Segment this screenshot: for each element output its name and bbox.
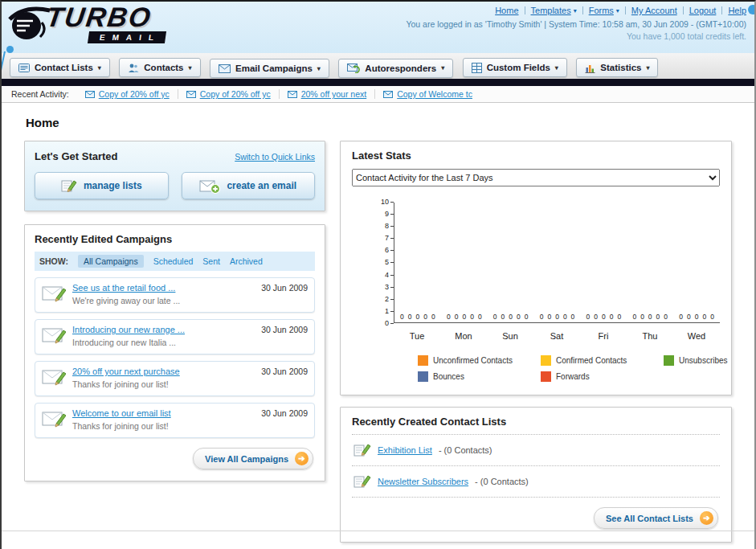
contact-list-item[interactable]: Exhibition List - (0 Contacts) xyxy=(352,435,720,466)
tab-sent[interactable]: Sent xyxy=(202,256,220,266)
chevron-down-icon: ▾ xyxy=(189,64,192,72)
top-link-my-account[interactable]: My Account xyxy=(631,6,677,15)
right-column: Latest Stats Contact Activity for the La… xyxy=(340,141,732,543)
logo-text: TURBO EMAIL xyxy=(47,3,166,43)
stats-range-select[interactable]: Contact Activity for the Last 7 Days xyxy=(352,169,720,186)
recent-activity-link[interactable]: Copy of 20% off yc xyxy=(99,89,170,99)
chart-value-group: 00000 xyxy=(441,313,488,321)
chevron-down-icon: ▾ xyxy=(441,64,444,72)
chart-value-label: 0 xyxy=(509,313,513,321)
recent-activity-item[interactable]: Copy of Welcome tc xyxy=(375,89,480,99)
create-email-button[interactable]: create an email xyxy=(182,172,316,199)
create-email-label: create an email xyxy=(227,180,296,191)
campaign-title-link[interactable]: Welcome to our email list xyxy=(72,408,255,418)
envelope-icon xyxy=(186,91,196,98)
recent-activity-item[interactable]: Copy of 20% off yc xyxy=(77,89,178,99)
chart-y-tick: 3 xyxy=(376,283,394,292)
divider xyxy=(582,6,583,14)
tab-all-campaigns[interactable]: All Campaigns xyxy=(78,255,144,268)
chart-value-label: 0 xyxy=(431,313,435,321)
chart-y-tick: 2 xyxy=(376,295,394,304)
chart-value-label: 0 xyxy=(408,313,412,321)
contact-list-link[interactable]: Newsletter Subscribers xyxy=(378,477,468,486)
chart-groups: 00000000000000000000000000000000000 xyxy=(394,313,720,321)
chart-value-group: 00000 xyxy=(580,313,627,321)
chart-value-group: 00000 xyxy=(488,313,534,321)
chart-plot-area: 00000000000000000000000000000000000 xyxy=(394,203,720,323)
campaign-filter-tabs: SHOW: All Campaigns Scheduled Sent Archi… xyxy=(35,252,315,271)
pencil-icon xyxy=(353,442,371,458)
chevron-down-icon: ▾ xyxy=(555,64,558,72)
divider xyxy=(525,6,525,14)
see-all-contact-lists-label: See All Contact Lists xyxy=(606,514,693,523)
header-right: Home Templates▾ Forms▾ My Account Logout… xyxy=(406,6,746,41)
view-all-campaigns-button[interactable]: View All Campaigns ➔ xyxy=(193,448,313,469)
see-all-contact-lists-button[interactable]: See All Contact Lists ➔ xyxy=(594,507,718,529)
recent-activity-item[interactable]: 20% off your next xyxy=(280,89,376,99)
switch-quick-links-link[interactable]: Switch to Quick Links xyxy=(235,152,315,162)
campaign-list-item[interactable]: 20% off your next purchase Thanks for jo… xyxy=(35,361,315,396)
logo-text-turbo: TURBO xyxy=(45,3,168,31)
page-title: Home xyxy=(26,116,732,129)
chart-value-label: 0 xyxy=(687,313,691,321)
chart-value-label: 0 xyxy=(610,313,614,321)
chart-value-label: 0 xyxy=(563,313,567,321)
top-link-forms[interactable]: Forms xyxy=(589,6,614,15)
top-link-logout[interactable]: Logout xyxy=(689,6,717,15)
chart-value-label: 0 xyxy=(617,313,621,321)
chart-value-label: 0 xyxy=(478,313,482,321)
top-header: TURBO EMAIL Home Templates▾ Forms▾ My Ac… xyxy=(2,2,754,53)
campaign-list-item[interactable]: See us at the retail food ... We're givi… xyxy=(35,277,315,313)
envelope-icon xyxy=(288,91,297,98)
legend-swatch xyxy=(418,355,428,366)
tab-scheduled[interactable]: Scheduled xyxy=(153,256,194,266)
top-link-help[interactable]: Help xyxy=(728,6,746,15)
nav-tab-custom-fields[interactable]: Custom Fields ▾ xyxy=(463,58,567,77)
chart-x-label: Sun xyxy=(487,331,533,341)
nav-tab-contact-lists[interactable]: Contact Lists ▾ xyxy=(10,58,110,77)
chart-y-tick: 1 xyxy=(376,307,394,316)
chart-y-tick: 4 xyxy=(376,271,394,280)
envelope-plus-icon xyxy=(199,178,220,194)
campaign-title-link[interactable]: See us at the retail food ... xyxy=(72,283,255,293)
nav-divider-bar xyxy=(2,79,754,86)
chevron-down-icon: ▾ xyxy=(574,7,577,14)
footer-divider xyxy=(2,531,754,531)
envelope-pencil-icon xyxy=(42,408,66,428)
get-started-title: Let's Get Started xyxy=(35,150,118,162)
nav-tab-contacts[interactable]: Contacts ▾ xyxy=(119,58,200,77)
contact-list-link[interactable]: Exhibition List xyxy=(378,445,432,455)
campaign-date: 30 Jun 2009 xyxy=(261,325,308,334)
divider xyxy=(625,6,626,14)
chart-y-tick: 7 xyxy=(376,234,394,243)
nav-tab-email-campaigns[interactable]: Email Campaigns ▾ xyxy=(210,59,329,78)
nav-tab-label: Autoresponders xyxy=(365,64,436,73)
recent-activity-link[interactable]: Copy of 20% off yc xyxy=(200,89,271,99)
campaign-subtitle: We're giving away our late ... xyxy=(72,296,180,305)
nav-tab-statistics[interactable]: Statistics ▾ xyxy=(576,58,658,77)
chart-value-label: 0 xyxy=(517,313,521,321)
legend-label: Confirmed Contacts xyxy=(556,356,627,365)
top-link-templates[interactable]: Templates xyxy=(531,6,571,15)
arrow-right-icon: ➔ xyxy=(295,452,309,465)
contact-list-item[interactable]: Newsletter Subscribers - (0 Contacts) xyxy=(352,466,720,498)
manage-lists-button[interactable]: manage lists xyxy=(35,172,169,199)
legend-item: Bounces xyxy=(418,371,534,382)
recent-activity-link[interactable]: 20% off your next xyxy=(301,89,367,99)
top-link-home[interactable]: Home xyxy=(495,6,518,15)
campaign-title-link[interactable]: 20% off your next purchase xyxy=(72,367,255,376)
campaign-list-item[interactable]: Welcome to our email list Thanks for joi… xyxy=(35,403,315,438)
chart-value-group: 00000 xyxy=(627,313,673,321)
decor-dot-left xyxy=(6,46,14,53)
chart-x-labels: TueMonSunSatFriThuWed xyxy=(394,331,720,341)
campaign-subtitle: Introducing our new Italia ... xyxy=(72,338,176,347)
campaign-list-item[interactable]: Introducing our new range ... Introducin… xyxy=(35,319,315,354)
chart-value-label: 0 xyxy=(540,313,544,321)
nav-tab-autoresponders[interactable]: Autoresponders ▾ xyxy=(338,59,453,78)
recent-activity-item[interactable]: Copy of 20% off yc xyxy=(178,89,280,99)
campaign-title-link[interactable]: Introducing our new range ... xyxy=(72,325,255,334)
tab-archived[interactable]: Archived xyxy=(230,256,263,266)
recent-activity-link[interactable]: Copy of Welcome tc xyxy=(397,89,472,99)
envelope-pencil-icon xyxy=(42,283,66,302)
legend-swatch xyxy=(541,371,551,382)
